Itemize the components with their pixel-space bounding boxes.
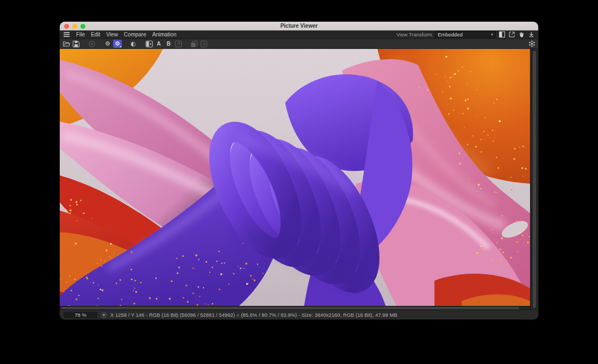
view-transform-select[interactable]: Embedded ▾ [435,31,496,38]
image-canvas[interactable] [60,49,530,306]
menu-file[interactable]: File [76,30,85,39]
save-icon[interactable] [72,40,80,48]
pixel-info-text: X 1258 / Y 146 - RGB (16 Bit) (56096 / 5… [110,312,397,318]
pan-hand-icon[interactable] [518,32,525,38]
horizontal-scrollbar-thumb[interactable] [61,307,519,309]
paste-icon[interactable] [200,40,208,48]
zoom-level-field[interactable]: 78 % [64,312,97,318]
menu-view[interactable]: View [106,30,118,39]
render-cluster-icon[interactable] [527,40,536,48]
horizontal-scrollbar[interactable] [60,306,530,310]
zoom-dropdown-button[interactable]: ▾ [101,312,107,318]
close-image-icon[interactable] [88,40,96,48]
menu-animation[interactable]: Animation [152,30,176,39]
set-b-button[interactable]: B [164,40,173,48]
picture-viewer-window: Picture Viewer File Edit View Compare An… [60,22,538,319]
chevron-down-icon: ▾ [491,32,493,37]
menu-edit[interactable]: Edit [91,30,100,39]
vertical-scrollbar[interactable] [530,49,538,310]
picture-art [60,49,530,306]
contrast-icon[interactable]: ◐ [129,40,138,48]
open-external-icon[interactable] [508,32,515,38]
statusbar: 78 % ▾ X 1258 / Y 146 - RGB (16 Bit) (56… [60,310,538,319]
hamburger-icon[interactable] [63,32,70,38]
view-transform-label: View Transform [396,32,432,37]
histogram-gear-icon[interactable]: ⚙ [103,40,112,48]
menu-compare[interactable]: Compare [124,30,146,39]
swap-ab-icon[interactable] [174,40,183,48]
copy-icon[interactable] [190,40,198,48]
menubar: File Edit View Compare Animation View Tr… [60,30,538,39]
canvas-row [60,49,538,310]
display-settings-gear-icon[interactable]: ⚙ [113,40,122,48]
download-icon[interactable] [528,32,535,38]
titlebar: Picture Viewer [60,22,538,30]
vertical-scrollbar-thumb[interactable] [533,51,536,308]
split-view-icon[interactable] [499,32,506,38]
toolbar: ⚙ ⚙ ◐ A B [60,39,538,49]
window-title: Picture Viewer [60,22,538,30]
compare-book-icon[interactable] [145,40,153,48]
open-folder-icon[interactable] [62,40,71,48]
view-transform-value: Embedded [438,32,463,37]
set-a-button[interactable]: A [154,40,163,48]
